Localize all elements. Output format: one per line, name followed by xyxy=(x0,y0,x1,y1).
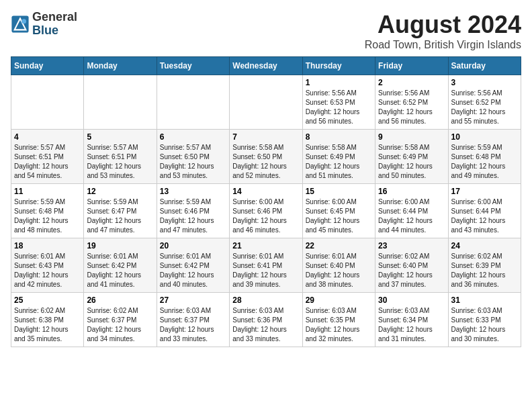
day-info: Sunrise: 6:00 AM Sunset: 6:46 PM Dayligh… xyxy=(232,197,299,235)
day-number: 19 xyxy=(87,241,153,250)
calendar-cell: 18Sunrise: 6:01 AM Sunset: 6:43 PM Dayli… xyxy=(11,238,84,293)
day-number: 29 xyxy=(306,295,372,305)
calendar-week-row: 4Sunrise: 5:57 AM Sunset: 6:51 PM Daylig… xyxy=(11,130,521,184)
calendar-cell: 26Sunrise: 6:02 AM Sunset: 6:37 PM Dayli… xyxy=(84,293,157,347)
day-info: Sunrise: 6:00 AM Sunset: 6:44 PM Dayligh… xyxy=(451,197,518,235)
calendar-cell: 5Sunrise: 5:57 AM Sunset: 6:51 PM Daylig… xyxy=(84,130,157,184)
day-number: 9 xyxy=(378,132,445,142)
calendar-cell: 19Sunrise: 6:01 AM Sunset: 6:42 PM Dayli… xyxy=(84,238,157,293)
day-number: 31 xyxy=(451,295,518,305)
day-info: Sunrise: 6:02 AM Sunset: 6:39 PM Dayligh… xyxy=(451,252,518,289)
day-number: 4 xyxy=(14,132,81,142)
day-info: Sunrise: 6:03 AM Sunset: 6:35 PM Dayligh… xyxy=(306,306,372,344)
day-number: 21 xyxy=(232,241,299,250)
day-info: Sunrise: 5:56 AM Sunset: 6:53 PM Dayligh… xyxy=(306,89,372,126)
calendar-cell xyxy=(230,75,302,130)
day-info: Sunrise: 5:56 AM Sunset: 6:52 PM Dayligh… xyxy=(378,89,445,126)
day-number: 10 xyxy=(451,132,518,142)
calendar-cell: 22Sunrise: 6:01 AM Sunset: 6:40 PM Dayli… xyxy=(302,238,375,293)
calendar-cell: 17Sunrise: 6:00 AM Sunset: 6:44 PM Dayli… xyxy=(448,184,521,238)
day-info: Sunrise: 6:03 AM Sunset: 6:36 PM Dayligh… xyxy=(232,306,299,344)
day-number: 5 xyxy=(87,132,153,142)
day-number: 30 xyxy=(378,295,445,305)
day-info: Sunrise: 6:02 AM Sunset: 6:40 PM Dayligh… xyxy=(378,252,445,289)
logo-icon xyxy=(11,15,30,34)
day-info: Sunrise: 5:59 AM Sunset: 6:46 PM Dayligh… xyxy=(160,197,226,235)
calendar-cell: 11Sunrise: 5:59 AM Sunset: 6:48 PM Dayli… xyxy=(11,184,84,238)
location: Road Town, British Virgin Islands xyxy=(365,39,521,51)
day-number: 15 xyxy=(306,187,372,196)
day-number: 6 xyxy=(160,132,226,142)
day-info: Sunrise: 5:58 AM Sunset: 6:49 PM Dayligh… xyxy=(306,143,372,181)
calendar-cell: 9Sunrise: 5:58 AM Sunset: 6:49 PM Daylig… xyxy=(375,130,448,184)
day-number: 13 xyxy=(160,187,226,196)
day-number: 1 xyxy=(306,78,372,87)
day-info: Sunrise: 5:58 AM Sunset: 6:49 PM Dayligh… xyxy=(378,143,445,181)
day-info: Sunrise: 6:00 AM Sunset: 6:45 PM Dayligh… xyxy=(306,197,372,235)
weekday-header: Wednesday xyxy=(230,57,302,75)
day-number: 7 xyxy=(232,132,299,142)
day-number: 22 xyxy=(306,241,372,250)
day-number: 14 xyxy=(232,187,299,196)
calendar-cell: 10Sunrise: 5:59 AM Sunset: 6:48 PM Dayli… xyxy=(448,130,521,184)
day-number: 11 xyxy=(14,187,81,196)
day-number: 12 xyxy=(87,187,153,196)
day-number: 8 xyxy=(306,132,372,142)
day-number: 26 xyxy=(87,295,153,305)
calendar-cell: 4Sunrise: 5:57 AM Sunset: 6:51 PM Daylig… xyxy=(11,130,84,184)
calendar-week-row: 25Sunrise: 6:02 AM Sunset: 6:38 PM Dayli… xyxy=(11,293,521,347)
logo: General Blue xyxy=(11,11,77,38)
weekday-header: Friday xyxy=(375,57,448,75)
calendar-cell: 3Sunrise: 5:56 AM Sunset: 6:52 PM Daylig… xyxy=(448,75,521,130)
calendar-cell: 2Sunrise: 5:56 AM Sunset: 6:52 PM Daylig… xyxy=(375,75,448,130)
title-block: August 2024 Road Town, British Virgin Is… xyxy=(365,11,521,51)
day-info: Sunrise: 6:02 AM Sunset: 6:38 PM Dayligh… xyxy=(14,306,81,344)
day-info: Sunrise: 5:59 AM Sunset: 6:47 PM Dayligh… xyxy=(87,197,153,235)
calendar-cell: 28Sunrise: 6:03 AM Sunset: 6:36 PM Dayli… xyxy=(230,293,302,347)
day-info: Sunrise: 6:02 AM Sunset: 6:37 PM Dayligh… xyxy=(87,306,153,344)
calendar-cell: 31Sunrise: 6:03 AM Sunset: 6:33 PM Dayli… xyxy=(448,293,521,347)
calendar-cell: 7Sunrise: 5:58 AM Sunset: 6:50 PM Daylig… xyxy=(230,130,302,184)
day-info: Sunrise: 5:57 AM Sunset: 6:51 PM Dayligh… xyxy=(87,143,153,181)
page-header: General Blue August 2024 Road Town, Brit… xyxy=(11,11,521,51)
calendar-cell: 6Sunrise: 5:57 AM Sunset: 6:50 PM Daylig… xyxy=(157,130,229,184)
day-info: Sunrise: 5:57 AM Sunset: 6:50 PM Dayligh… xyxy=(160,143,226,181)
day-number: 20 xyxy=(160,241,226,250)
calendar-cell: 24Sunrise: 6:02 AM Sunset: 6:39 PM Dayli… xyxy=(448,238,521,293)
calendar-week-row: 11Sunrise: 5:59 AM Sunset: 6:48 PM Dayli… xyxy=(11,184,521,238)
day-info: Sunrise: 6:01 AM Sunset: 6:43 PM Dayligh… xyxy=(14,252,81,289)
calendar-cell: 13Sunrise: 5:59 AM Sunset: 6:46 PM Dayli… xyxy=(157,184,229,238)
day-number: 24 xyxy=(451,241,518,250)
day-info: Sunrise: 5:57 AM Sunset: 6:51 PM Dayligh… xyxy=(14,143,81,181)
day-number: 2 xyxy=(378,78,445,87)
day-info: Sunrise: 6:01 AM Sunset: 6:41 PM Dayligh… xyxy=(232,252,299,289)
day-number: 3 xyxy=(451,78,518,87)
day-number: 27 xyxy=(160,295,226,305)
weekday-header: Monday xyxy=(84,57,157,75)
day-info: Sunrise: 5:59 AM Sunset: 6:48 PM Dayligh… xyxy=(14,197,81,235)
day-info: Sunrise: 6:03 AM Sunset: 6:37 PM Dayligh… xyxy=(160,306,226,344)
day-info: Sunrise: 5:59 AM Sunset: 6:48 PM Dayligh… xyxy=(451,143,518,181)
calendar-cell: 1Sunrise: 5:56 AM Sunset: 6:53 PM Daylig… xyxy=(302,75,375,130)
day-info: Sunrise: 5:56 AM Sunset: 6:52 PM Dayligh… xyxy=(451,89,518,126)
calendar-cell: 20Sunrise: 6:01 AM Sunset: 6:42 PM Dayli… xyxy=(157,238,229,293)
calendar-cell: 29Sunrise: 6:03 AM Sunset: 6:35 PM Dayli… xyxy=(302,293,375,347)
calendar-cell: 23Sunrise: 6:02 AM Sunset: 6:40 PM Dayli… xyxy=(375,238,448,293)
calendar-week-row: 18Sunrise: 6:01 AM Sunset: 6:43 PM Dayli… xyxy=(11,238,521,293)
day-info: Sunrise: 6:01 AM Sunset: 6:42 PM Dayligh… xyxy=(87,252,153,289)
month-year: August 2024 xyxy=(365,11,521,39)
calendar-cell: 12Sunrise: 5:59 AM Sunset: 6:47 PM Dayli… xyxy=(84,184,157,238)
weekday-header-row: SundayMondayTuesdayWednesdayThursdayFrid… xyxy=(11,57,521,75)
weekday-header: Tuesday xyxy=(157,57,229,75)
day-info: Sunrise: 6:01 AM Sunset: 6:40 PM Dayligh… xyxy=(306,252,372,289)
calendar-cell: 15Sunrise: 6:00 AM Sunset: 6:45 PM Dayli… xyxy=(302,184,375,238)
day-info: Sunrise: 6:03 AM Sunset: 6:33 PM Dayligh… xyxy=(451,306,518,344)
weekday-header: Sunday xyxy=(11,57,84,75)
calendar-week-row: 1Sunrise: 5:56 AM Sunset: 6:53 PM Daylig… xyxy=(11,75,521,130)
day-info: Sunrise: 6:01 AM Sunset: 6:42 PM Dayligh… xyxy=(160,252,226,289)
calendar-cell: 30Sunrise: 6:03 AM Sunset: 6:34 PM Dayli… xyxy=(375,293,448,347)
calendar-cell xyxy=(84,75,157,130)
calendar-cell: 8Sunrise: 5:58 AM Sunset: 6:49 PM Daylig… xyxy=(302,130,375,184)
day-number: 25 xyxy=(14,295,81,305)
svg-point-2 xyxy=(21,19,26,24)
